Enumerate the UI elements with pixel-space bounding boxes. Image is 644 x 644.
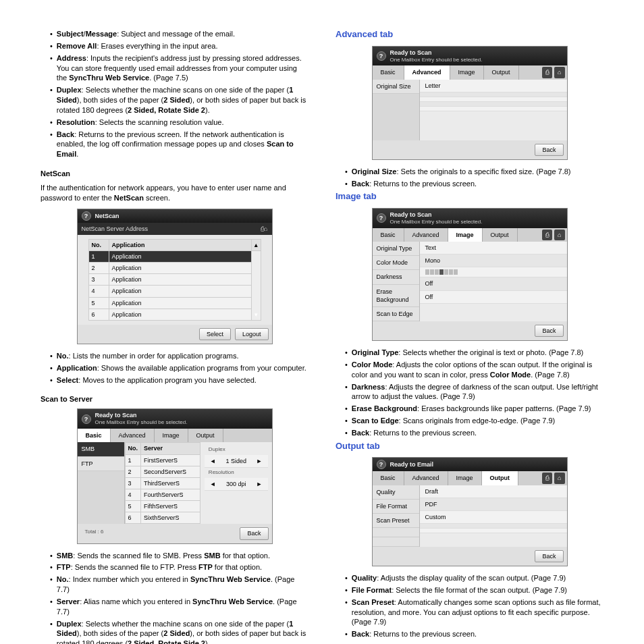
list-item: •Quality: Adjusts the display quality of… xyxy=(345,573,603,583)
tool-icon: ⎙ xyxy=(542,230,552,240)
tab-basic[interactable]: Basic xyxy=(78,429,111,442)
right-column: Advanced tab ? Ready to ScanOne Mailbox … xyxy=(336,27,603,644)
side-smb[interactable]: SMB xyxy=(78,442,124,456)
home-icon: ⌂ xyxy=(554,67,564,78)
tab-advanced[interactable]: Advanced xyxy=(111,429,155,442)
table-row[interactable]: 1FirstServerS xyxy=(125,454,200,466)
help-icon: ? xyxy=(82,414,91,424)
list-item: •Original Type: Selects whether the orig… xyxy=(345,348,603,358)
side-label: Darkness xyxy=(373,270,419,284)
list-item: •Subject/Message: Subject and message of… xyxy=(50,29,308,39)
list-item: •FTP: Sends the scanned file to FTP. Pre… xyxy=(50,562,308,572)
advanced-dialog: ? Ready to ScanOne Mailbox Entry should … xyxy=(372,46,568,160)
setting-row[interactable]: Text xyxy=(420,242,567,254)
tool-icon: ⎙ xyxy=(542,67,552,78)
back-button[interactable]: Back xyxy=(535,550,563,562)
side-label: Quality xyxy=(373,485,419,500)
side-ftp[interactable]: FTP xyxy=(78,457,124,471)
tab-image[interactable]: Image xyxy=(448,228,483,242)
tab-advanced[interactable]: Advanced xyxy=(404,228,448,242)
table-row[interactable]: 3ThirdServerS xyxy=(125,477,200,489)
scan-server-dialog: ? Ready to Scan One Mailbox Entry should… xyxy=(77,408,273,543)
dialog-subbar: NetScan Server Address ⎙⌂ xyxy=(78,223,272,235)
netscan-dialog: ? NetScan NetScan Server Address ⎙⌂ No.A… xyxy=(77,209,273,344)
list-item: •Remove All: Erases everything in the in… xyxy=(50,41,308,51)
tab-output[interactable]: Output xyxy=(482,471,519,485)
netscan-heading: NetScan xyxy=(41,169,308,179)
table-row[interactable]: 5FifthServerS xyxy=(125,501,200,512)
back-button[interactable]: Back xyxy=(535,325,563,337)
home-icon: ⌂ xyxy=(264,225,267,232)
table-row[interactable]: 4Application xyxy=(88,286,261,297)
list-item: •Back: Returns to the previous screen. xyxy=(345,428,603,438)
help-icon: ? xyxy=(377,51,386,61)
list-item: •SMB: Sends the scanned file to SMB. Pre… xyxy=(50,551,308,561)
tab-advanced[interactable]: Advanced xyxy=(404,471,448,485)
side-label: File Format xyxy=(373,500,419,514)
netscan-table: No.Application▴ 1Application▾2Applicatio… xyxy=(88,239,261,321)
list-item: •Scan Preset: Automatically changes some… xyxy=(345,597,603,628)
list-item: •No.: Index number which you entered in … xyxy=(50,574,308,595)
tab-basic[interactable]: Basic xyxy=(373,228,404,242)
list-item: •Back: Returns to the previous screen. xyxy=(345,179,603,189)
tab-output[interactable]: Output xyxy=(484,65,519,79)
table-row[interactable]: 2Application xyxy=(88,263,261,274)
list-item: •Erase Background: Erases backgrounds li… xyxy=(345,404,603,414)
tab-output[interactable]: Output xyxy=(483,228,518,242)
list-item: •Resolution: Selects the scanning resolu… xyxy=(50,117,308,128)
home-icon: ⌂ xyxy=(554,230,564,240)
list-item: •Application: Shows the available applic… xyxy=(50,363,308,373)
list-item: •Duplex: Selects whether the machine sca… xyxy=(50,85,308,115)
side-label: Color Mode xyxy=(373,256,419,270)
left-column: •Subject/Message: Subject and message of… xyxy=(41,27,308,644)
setting-row[interactable] xyxy=(420,267,567,277)
back-button[interactable]: Back xyxy=(240,527,268,539)
list-item: •Select: Moves to the application progra… xyxy=(50,375,308,385)
back-button[interactable]: Back xyxy=(535,144,563,156)
tab-image[interactable]: Image xyxy=(448,471,482,485)
table-row[interactable]: 5Application xyxy=(88,297,261,308)
list-item: •No.: Lists the number in order for appl… xyxy=(50,351,308,361)
table-row[interactable]: 6Application xyxy=(88,308,261,320)
list-item: •Darkness: Adjusts the degree of darknes… xyxy=(345,382,603,402)
tab-image[interactable]: Image xyxy=(155,429,188,442)
image-dialog: ? Ready to ScanOne Mailbox Entry should … xyxy=(372,208,568,341)
setting-row[interactable]: PDF xyxy=(420,498,567,511)
home-icon: ⌂ xyxy=(554,473,564,483)
select-button[interactable]: Select xyxy=(199,328,231,340)
list-item: •Back: Returns to the previous screen. xyxy=(345,629,603,639)
logout-button[interactable]: Logout xyxy=(235,328,269,340)
setting-row[interactable]: Off xyxy=(420,277,567,290)
list-item: •Duplex: Selects whether the machine sca… xyxy=(50,619,308,644)
list-item: •Color Mode: Adjusts the color options o… xyxy=(345,360,603,380)
tab-basic[interactable]: Basic xyxy=(373,65,404,79)
side-label: Original Type xyxy=(373,242,419,256)
list-item: •Back: Returns to the previous screen. I… xyxy=(50,130,308,160)
table-row[interactable]: 1Application▾ xyxy=(88,250,261,262)
setting-row[interactable]: Mono xyxy=(420,254,567,267)
list-item: •Scan to Edge: Scans originals from edge… xyxy=(345,416,603,426)
list-item: •Server: Alias name which you entered in… xyxy=(50,597,308,617)
side-label: Scan to Edge xyxy=(373,307,419,321)
tab-advanced[interactable]: Advanced xyxy=(404,65,450,79)
advanced-tab-heading: Advanced tab xyxy=(336,28,603,41)
tab-basic[interactable]: Basic xyxy=(373,471,404,485)
image-tab-heading: Image tab xyxy=(336,190,603,203)
setting-row[interactable]: Draft xyxy=(420,485,567,498)
help-icon: ? xyxy=(377,213,386,223)
list-item: •Original Size: Sets the originals to a … xyxy=(345,167,603,177)
tool-icon: ⎙ xyxy=(542,473,552,483)
table-row[interactable]: 6SixthServerS xyxy=(125,512,200,524)
table-row[interactable]: 3Application xyxy=(88,274,261,286)
list-item: •Address: Inputs the recipient's address… xyxy=(50,53,308,84)
setting-row[interactable]: Off xyxy=(420,291,567,304)
output-tab-heading: Output tab xyxy=(336,440,603,452)
help-icon: ? xyxy=(82,211,91,221)
table-row[interactable]: 4FourthServerS xyxy=(125,489,200,500)
tab-output[interactable]: Output xyxy=(188,429,223,442)
table-row[interactable]: 2SecondServerS xyxy=(125,466,200,477)
tab-image[interactable]: Image xyxy=(450,65,484,79)
setting-row[interactable]: Custom xyxy=(420,511,567,524)
side-label: Scan Preset xyxy=(373,514,419,528)
netscan-para: If the authentication for network appear… xyxy=(41,183,308,203)
